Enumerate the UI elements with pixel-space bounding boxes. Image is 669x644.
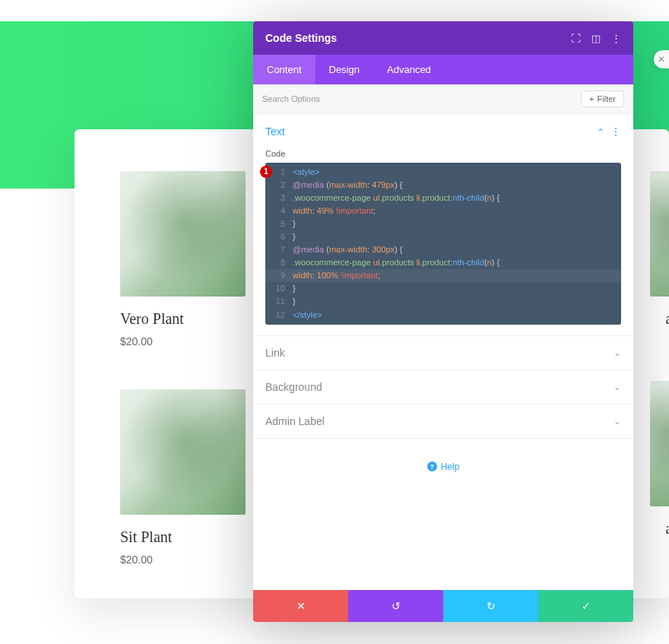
- line-number: 11: [271, 295, 285, 308]
- line-number: 12: [271, 309, 285, 322]
- code-content: </style>: [293, 309, 322, 322]
- section-text-header[interactable]: Text ⌃⋮: [265, 125, 621, 138]
- chevron-up-icon: ⌃: [597, 127, 604, 138]
- line-number: 4: [271, 205, 285, 217]
- code-line: 11}: [265, 295, 621, 308]
- section-background: Background ⌄: [253, 370, 633, 404]
- code-editor[interactable]: 1 1<style>2@media (max-width: 479px) {3.…: [265, 163, 621, 325]
- line-number: 3: [271, 192, 285, 205]
- search-bar: Search Options +Filter: [253, 84, 633, 114]
- line-number: 7: [271, 243, 285, 256]
- product-price: $20.00: [120, 335, 246, 347]
- line-number: 2: [271, 179, 285, 192]
- chevron-down-icon: ⌄: [614, 416, 621, 427]
- line-number: 6: [271, 230, 285, 243]
- product-image: [650, 171, 669, 297]
- section-title: Link: [265, 347, 285, 359]
- cancel-button[interactable]: ✕: [253, 590, 348, 622]
- section-background-header[interactable]: Background ⌄: [265, 381, 621, 393]
- product-card[interactable]: ant: [650, 171, 669, 328]
- section-title: Admin Label: [265, 415, 325, 427]
- product-title: ant: [650, 310, 669, 328]
- undo-button[interactable]: ↺: [348, 590, 443, 622]
- step-marker: 1: [260, 166, 272, 178]
- code-content: }: [293, 282, 296, 295]
- code-line: 9width: 100% !important;: [265, 269, 621, 282]
- filter-button[interactable]: +Filter: [581, 90, 624, 107]
- section-admin-label: Admin Label ⌄: [253, 404, 633, 439]
- close-bubble[interactable]: ✕: [654, 50, 669, 68]
- help-icon: ?: [427, 462, 437, 471]
- code-line: 2@media (max-width: 479px) {: [265, 179, 621, 192]
- code-line: 5}: [265, 217, 621, 230]
- modal-title: Code Settings: [265, 32, 337, 44]
- code-content: .woocommerce-page ul.products li.product…: [293, 192, 499, 205]
- expand-icon[interactable]: ⛶: [571, 33, 581, 44]
- code-line: 10}: [265, 282, 621, 295]
- product-title: ant: [650, 520, 669, 538]
- code-content: }: [293, 230, 296, 243]
- product-image: [120, 389, 246, 515]
- line-number: 1: [271, 166, 285, 179]
- code-line: 12</style>: [265, 309, 621, 322]
- tab-advanced[interactable]: Advanced: [373, 55, 445, 84]
- tab-content[interactable]: Content: [253, 55, 315, 84]
- tab-design[interactable]: Design: [315, 55, 373, 84]
- product-card[interactable]: Sit Plant $20.00: [120, 389, 246, 566]
- product-card[interactable]: ant: [650, 381, 669, 538]
- product-image: [650, 381, 669, 506]
- product-title: Sit Plant: [120, 528, 246, 546]
- section-link-header[interactable]: Link ⌄: [265, 347, 621, 359]
- snap-icon[interactable]: ◫: [591, 33, 601, 44]
- code-line: 4width: 49% !important;: [265, 205, 621, 217]
- line-number: 5: [271, 217, 285, 230]
- redo-button[interactable]: ↻: [443, 590, 538, 622]
- save-button[interactable]: ✓: [538, 590, 633, 622]
- tabs: Content Design Advanced: [253, 55, 633, 84]
- kebab-icon[interactable]: ⋮: [611, 33, 621, 44]
- code-content: width: 100% !important;: [293, 269, 380, 282]
- line-number: 9: [271, 269, 285, 282]
- product-price: $20.00: [120, 554, 246, 566]
- code-content: @media (max-width: 300px) {: [293, 243, 403, 256]
- code-line: 6}: [265, 230, 621, 243]
- chevron-down-icon: ⌄: [614, 347, 621, 358]
- code-content: }: [293, 295, 296, 308]
- line-number: 8: [271, 256, 285, 269]
- code-content: width: 49% !important;: [293, 205, 376, 217]
- product-title: Vero Plant: [120, 310, 246, 328]
- code-settings-modal: Code Settings ⛶ ◫ ⋮ Content Design Advan…: [253, 21, 633, 622]
- products-right-column: ant ant: [650, 171, 669, 538]
- panel-body: Text ⌃⋮ Code 1 1<style>2@media (max-widt…: [253, 114, 633, 590]
- code-line: 1<style>: [265, 166, 621, 179]
- section-link: Link ⌄: [253, 336, 633, 370]
- product-card[interactable]: Vero Plant $20.00: [120, 171, 246, 347]
- section-text: Text ⌃⋮ Code 1 1<style>2@media (max-widt…: [253, 114, 633, 336]
- code-content: @media (max-width: 479px) {: [293, 179, 403, 192]
- code-label: Code: [265, 149, 621, 158]
- chevron-down-icon: ⌄: [614, 382, 621, 392]
- plus-icon: +: [589, 94, 594, 103]
- modal-footer: ✕ ↺ ↻ ✓: [253, 590, 633, 622]
- section-title: Background: [265, 381, 322, 393]
- line-number: 10: [271, 282, 285, 295]
- code-line: 8.woocommerce-page ul.products li.produc…: [265, 256, 621, 269]
- code-content: .woocommerce-page ul.products li.product…: [293, 256, 499, 269]
- code-line: 3.woocommerce-page ul.products li.produc…: [265, 192, 621, 205]
- code-content: }: [293, 217, 296, 230]
- code-content: <style>: [293, 166, 319, 179]
- kebab-icon[interactable]: ⋮: [610, 125, 621, 138]
- section-admin-header[interactable]: Admin Label ⌄: [265, 415, 621, 427]
- section-title: Text: [265, 125, 285, 138]
- code-line: 7@media (max-width: 300px) {: [265, 243, 621, 256]
- product-image: [120, 171, 246, 297]
- help-link[interactable]: ? Help: [253, 439, 633, 495]
- modal-header[interactable]: Code Settings ⛶ ◫ ⋮: [253, 21, 633, 55]
- search-input[interactable]: Search Options: [262, 94, 320, 103]
